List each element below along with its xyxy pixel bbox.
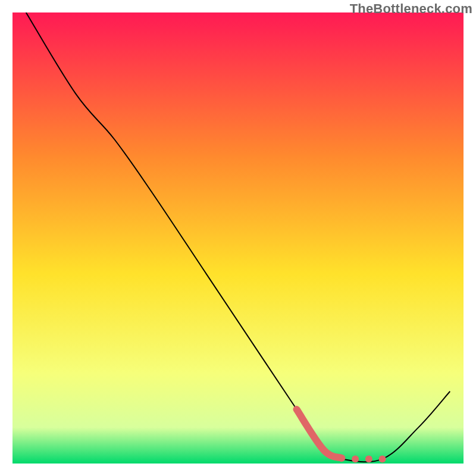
watermark-text: TheBottleneck.com	[350, 1, 472, 17]
bottleneck-chart	[0, 0, 476, 476]
highlight-dot	[352, 455, 359, 462]
highlight-dot	[365, 455, 372, 462]
highlight-dots	[352, 455, 386, 462]
chart-container: TheBottleneck.com	[0, 0, 476, 476]
highlight-dot	[379, 455, 386, 462]
gradient-background	[12, 12, 464, 464]
